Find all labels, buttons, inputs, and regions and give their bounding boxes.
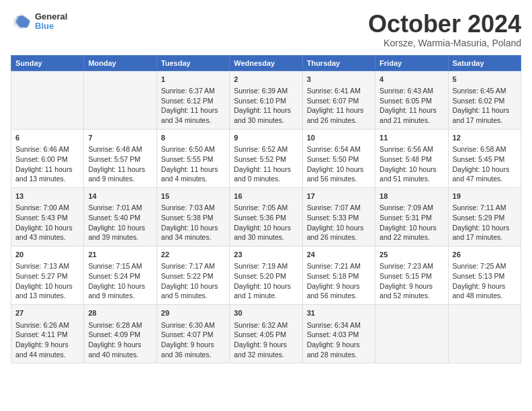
day-number: 20 — [15, 250, 79, 260]
calendar-cell: 14Sunrise: 7:01 AMSunset: 5:40 PMDayligh… — [84, 187, 157, 246]
day-info: Sunrise: 6:54 AM — [307, 144, 371, 154]
calendar-cell — [84, 71, 157, 129]
calendar-cell: 1Sunrise: 6:37 AMSunset: 6:12 PMDaylight… — [157, 71, 229, 129]
calendar-cell: 11Sunrise: 6:56 AMSunset: 5:48 PMDayligh… — [375, 129, 448, 187]
day-number: 17 — [307, 191, 371, 201]
day-info: Sunrise: 6:32 AM — [234, 320, 298, 330]
month-title: October 2024 — [368, 11, 521, 38]
day-info: Sunrise: 6:50 AM — [161, 144, 225, 154]
day-number: 27 — [15, 308, 79, 318]
day-info: Sunset: 6:05 PM — [380, 96, 443, 106]
day-info: Daylight: 10 hours and 5 minutes. — [161, 281, 225, 301]
calendar-cell: 22Sunrise: 7:17 AMSunset: 5:22 PMDayligh… — [157, 246, 229, 305]
day-number: 31 — [307, 308, 371, 318]
calendar-cell: 30Sunrise: 6:32 AMSunset: 4:05 PMDayligh… — [230, 305, 302, 363]
day-number: 5 — [453, 75, 517, 85]
day-info: Sunset: 5:36 PM — [234, 213, 298, 223]
day-info: Daylight: 10 hours and 34 minutes. — [161, 223, 225, 242]
day-number: 11 — [380, 133, 443, 143]
day-info: Sunrise: 7:21 AM — [307, 261, 371, 271]
day-info: Sunset: 5:40 PM — [88, 213, 152, 223]
day-info: Sunrise: 6:41 AM — [307, 86, 371, 96]
calendar-cell: 23Sunrise: 7:19 AMSunset: 5:20 PMDayligh… — [230, 246, 302, 305]
day-info: Sunrise: 6:43 AM — [380, 86, 443, 96]
weekday-header-wednesday: Wednesday — [230, 55, 302, 71]
day-number: 4 — [380, 75, 443, 85]
day-info: Sunset: 5:24 PM — [88, 271, 152, 281]
calendar-cell: 31Sunrise: 6:34 AMSunset: 4:03 PMDayligh… — [302, 305, 375, 363]
day-number: 25 — [380, 250, 443, 260]
day-number: 15 — [161, 191, 225, 201]
day-info: Sunset: 5:57 PM — [88, 154, 152, 165]
day-info: Sunset: 6:02 PM — [453, 96, 517, 106]
day-info: Daylight: 11 hours and 13 minutes. — [15, 165, 79, 184]
day-info: Sunrise: 7:07 AM — [307, 203, 371, 213]
page-header: General Blue October 2024 Korsze, Warmia… — [11, 11, 521, 48]
day-info: Sunset: 5:43 PM — [15, 213, 79, 223]
weekday-header-row: SundayMondayTuesdayWednesdayThursdayFrid… — [11, 55, 521, 71]
day-info: Sunset: 5:27 PM — [15, 271, 79, 281]
day-info: Daylight: 11 hours and 30 minutes. — [234, 105, 298, 125]
day-info: Sunrise: 6:45 AM — [453, 86, 517, 96]
day-info: Daylight: 10 hours and 47 minutes. — [453, 165, 517, 184]
day-number: 7 — [88, 133, 152, 143]
day-info: Sunset: 5:55 PM — [161, 154, 225, 165]
week-row-2: 6Sunrise: 6:46 AMSunset: 6:00 PMDaylight… — [11, 129, 521, 187]
calendar-cell — [448, 305, 521, 363]
logo-icon — [11, 11, 32, 32]
calendar-cell: 26Sunrise: 7:25 AMSunset: 5:13 PMDayligh… — [448, 246, 521, 305]
day-info: Sunset: 5:13 PM — [453, 271, 517, 281]
day-info: Daylight: 10 hours and 13 minutes. — [15, 281, 79, 301]
day-info: Daylight: 9 hours and 28 minutes. — [307, 340, 371, 359]
calendar-cell: 19Sunrise: 7:11 AMSunset: 5:29 PMDayligh… — [448, 187, 521, 246]
day-info: Sunset: 5:31 PM — [380, 213, 443, 223]
day-info: Daylight: 10 hours and 1 minute. — [234, 281, 298, 301]
day-info: Daylight: 10 hours and 56 minutes. — [307, 165, 371, 184]
week-row-1: 1Sunrise: 6:37 AMSunset: 6:12 PMDaylight… — [11, 71, 521, 129]
weekday-header-sunday: Sunday — [11, 55, 84, 71]
calendar-cell: 2Sunrise: 6:39 AMSunset: 6:10 PMDaylight… — [230, 71, 302, 129]
day-info: Sunrise: 6:28 AM — [88, 320, 152, 330]
day-info: Sunrise: 6:37 AM — [161, 86, 225, 96]
day-info: Sunrise: 6:34 AM — [307, 320, 371, 330]
day-info: Sunrise: 7:11 AM — [453, 203, 517, 213]
calendar-cell: 7Sunrise: 6:48 AMSunset: 5:57 PMDaylight… — [84, 129, 157, 187]
day-info: Sunset: 5:29 PM — [453, 213, 517, 223]
calendar-cell: 5Sunrise: 6:45 AMSunset: 6:02 PMDaylight… — [448, 71, 521, 129]
logo-text: General Blue — [35, 12, 67, 32]
day-number: 22 — [161, 250, 225, 260]
day-info: Sunset: 5:50 PM — [307, 154, 371, 165]
day-info: Sunset: 5:20 PM — [234, 271, 298, 281]
day-info: Daylight: 9 hours and 52 minutes. — [380, 281, 443, 301]
calendar-cell: 24Sunrise: 7:21 AMSunset: 5:18 PMDayligh… — [302, 246, 375, 305]
day-info: Sunrise: 7:17 AM — [161, 261, 225, 271]
day-info: Daylight: 9 hours and 48 minutes. — [453, 281, 517, 301]
day-info: Sunset: 4:09 PM — [88, 330, 152, 340]
calendar-cell: 4Sunrise: 6:43 AMSunset: 6:05 PMDaylight… — [375, 71, 448, 129]
day-info: Sunrise: 6:56 AM — [380, 144, 443, 154]
day-info: Daylight: 11 hours and 21 minutes. — [380, 105, 443, 125]
day-info: Sunset: 6:07 PM — [307, 96, 371, 106]
day-number: 24 — [307, 250, 371, 260]
day-info: Sunrise: 7:05 AM — [234, 203, 298, 213]
day-number: 28 — [88, 308, 152, 318]
day-number: 21 — [88, 250, 152, 260]
day-info: Daylight: 10 hours and 30 minutes. — [234, 223, 298, 242]
day-info: Sunset: 6:12 PM — [161, 96, 225, 106]
week-row-5: 27Sunrise: 6:26 AMSunset: 4:11 PMDayligh… — [11, 305, 521, 363]
day-number: 2 — [234, 75, 298, 85]
day-info: Sunset: 5:52 PM — [234, 154, 298, 165]
day-info: Sunrise: 7:03 AM — [161, 203, 225, 213]
calendar-cell: 16Sunrise: 7:05 AMSunset: 5:36 PMDayligh… — [230, 187, 302, 246]
day-number: 13 — [15, 191, 79, 201]
day-info: Sunrise: 7:13 AM — [15, 261, 79, 271]
calendar-cell: 21Sunrise: 7:15 AMSunset: 5:24 PMDayligh… — [84, 246, 157, 305]
weekday-header-saturday: Saturday — [448, 55, 521, 71]
day-number: 14 — [88, 191, 152, 201]
day-info: Sunset: 5:45 PM — [453, 154, 517, 165]
day-info: Sunset: 5:48 PM — [380, 154, 443, 165]
day-info: Sunrise: 6:39 AM — [234, 86, 298, 96]
day-number: 19 — [453, 191, 517, 201]
day-info: Daylight: 9 hours and 40 minutes. — [88, 340, 152, 359]
day-info: Daylight: 11 hours and 4 minutes. — [161, 165, 225, 184]
